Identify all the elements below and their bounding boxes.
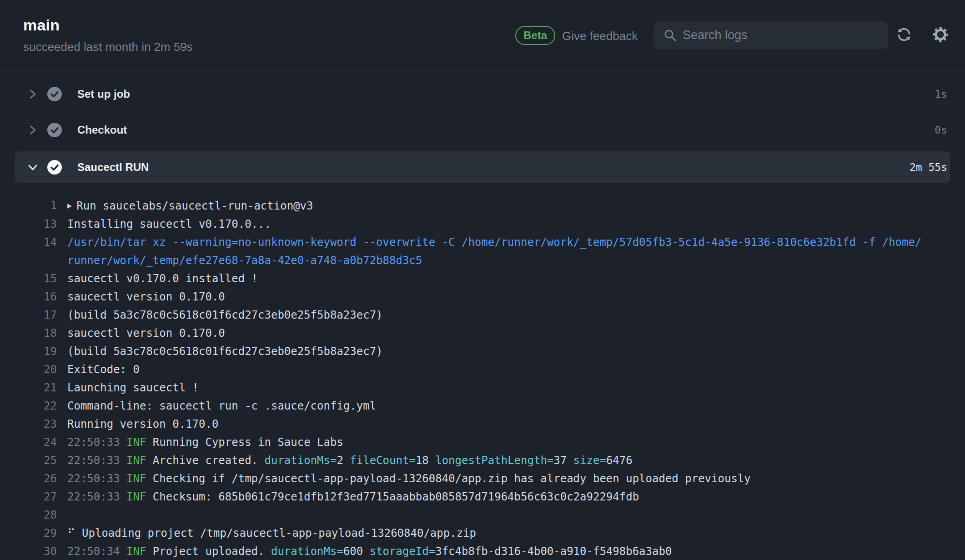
log-line: 19(build 5a3c78c0c5618c01f6cd27c3eb0e25f…	[0, 342, 965, 360]
log-segment: Checksum: 685b061c79ce1dfb12f3ed7715aaab…	[153, 490, 639, 503]
log-line-number[interactable]: 19	[0, 342, 57, 360]
log-line-content: ▶Run saucelabs/saucectl-run-action@v3	[67, 196, 923, 215]
beta-badge-label: Beta	[523, 29, 547, 42]
log-segment: Launching saucectl !	[67, 381, 199, 394]
log-segment: 22:50:33	[67, 454, 126, 467]
log-line-number[interactable]: 22	[0, 397, 57, 415]
log-segment: saucectl version 0.170.0	[67, 290, 225, 303]
log-segment: INF	[126, 454, 153, 467]
log-line: 17(build 5a3c78c0c5618c01f6cd27c3eb0e25f…	[0, 306, 965, 324]
log-segment: durationMs=	[271, 545, 343, 558]
log-segment: durationMs=	[264, 454, 337, 467]
log-segment: Running version 0.170.0	[67, 418, 218, 430]
log-line-content: ⠋ Uploading project /tmp/saucectl-app-pa…	[67, 524, 923, 542]
log-segment: 22:50:34	[67, 545, 126, 558]
log-segment: Command-line: saucectl run -c .sauce/con…	[67, 400, 376, 412]
log-segment: 37	[553, 454, 573, 467]
log-line-number[interactable]: 23	[0, 415, 57, 433]
log-line-number[interactable]: 26	[0, 470, 57, 488]
give-feedback-link[interactable]: Give feedback	[562, 29, 638, 43]
log-line-content: 22:50:33 INF Checking if /tmp/saucectl-a…	[67, 470, 923, 488]
log-line: 29⠋ Uploading project /tmp/saucectl-app-…	[0, 524, 965, 542]
log-segment: 22:50:33	[67, 490, 126, 503]
log-segment: Project uploaded.	[153, 545, 271, 558]
log-segment: Archive created.	[153, 454, 265, 467]
log-segment: saucectl v0.170.0 installed !	[67, 272, 258, 285]
refresh-button[interactable]	[896, 26, 912, 43]
log-segment: Run saucelabs/saucectl-run-action@v3	[76, 200, 313, 212]
log-line: 2622:50:33 INF Checking if /tmp/saucectl…	[0, 470, 965, 488]
chevron-right-icon	[28, 125, 38, 135]
log-line: 13Installing saucectl v0.170.0...	[0, 215, 965, 233]
success-check-icon	[47, 160, 62, 175]
log-line: 14/usr/bin/tar xz --warning=no-unknown-k…	[0, 233, 965, 270]
refresh-icon	[896, 37, 912, 44]
log-segment: Checking if /tmp/saucectl-app-payload-13…	[153, 472, 751, 485]
log-line-number[interactable]: 20	[0, 360, 57, 379]
log-segment: INF	[126, 545, 153, 558]
log-line-number[interactable]: 15	[0, 270, 57, 288]
log-line-number[interactable]: 18	[0, 324, 57, 342]
beta-badge: Beta	[515, 26, 555, 45]
run-status-text: succeeded last month in 2m 59s	[23, 40, 193, 54]
log-line-number[interactable]: 30	[0, 542, 57, 560]
log-segment: storageId=	[370, 545, 436, 558]
log-line-number[interactable]: 24	[0, 433, 57, 451]
actions-log-viewer: main succeeded last month in 2m 59s Beta…	[0, 0, 965, 560]
log-line: 20ExitCode: 0	[0, 360, 965, 379]
log-line: 21Launching saucectl !	[0, 379, 965, 397]
log-line-number[interactable]: 29	[0, 524, 57, 542]
step-duration: 0s	[935, 124, 947, 136]
header: main succeeded last month in 2m 59s Beta…	[0, 0, 965, 71]
step-name: Saucectl RUN	[77, 161, 149, 174]
log-segment: (build 5a3c78c0c5618c01f6cd27c3eb0e25f5b…	[67, 345, 383, 358]
step-row-checkout[interactable]: Checkout0s	[15, 112, 950, 148]
log-line-number[interactable]: 28	[0, 506, 57, 524]
log-line-content: /usr/bin/tar xz --warning=no-unknown-key…	[67, 233, 923, 270]
log-segment: 2	[337, 454, 350, 467]
log-segment: fileCount=	[350, 454, 416, 467]
log-line-content: Command-line: saucectl run -c .sauce/con…	[67, 397, 923, 415]
settings-button[interactable]	[931, 25, 950, 44]
log-segment: 22:50:33	[67, 472, 126, 485]
log-line: 16saucectl version 0.170.0	[0, 288, 965, 306]
log-line-content: Launching saucectl !	[67, 379, 923, 397]
log-line-content: 22:50:34 INF Project uploaded. durationM…	[67, 542, 923, 560]
log-line-number[interactable]: 16	[0, 288, 57, 306]
log-line-content: (build 5a3c78c0c5618c01f6cd27c3eb0e25f5b…	[67, 342, 923, 360]
step-row-set-up-job[interactable]: Set up job1s	[15, 76, 950, 112]
gear-icon	[931, 38, 950, 45]
log-line-content: Installing saucectl v0.170.0...	[67, 215, 923, 233]
log-segment: INF	[126, 490, 153, 503]
search-input[interactable]	[682, 28, 881, 43]
log-segment: ExitCode: 0	[67, 363, 140, 376]
log-segment: 6476	[606, 454, 633, 467]
log-line: 18saucectl version 0.170.0	[0, 324, 965, 342]
log-line-content	[67, 506, 923, 524]
log-line-content: (build 5a3c78c0c5618c01f6cd27c3eb0e25f5b…	[67, 306, 923, 324]
log-segment: INF	[126, 436, 153, 449]
log-line-number[interactable]: 13	[0, 215, 57, 233]
log-line-number[interactable]: 21	[0, 379, 57, 397]
log-segment: 600	[343, 545, 370, 558]
log-line-number[interactable]: 25	[0, 451, 57, 470]
log-line-number[interactable]: 17	[0, 306, 57, 324]
success-check-icon	[47, 87, 62, 101]
log-segment: Uploading project /tmp/saucectl-app-payl…	[82, 527, 476, 540]
log-segment: saucectl version 0.170.0	[67, 327, 225, 340]
step-name: Set up job	[77, 88, 130, 100]
log-line: 3022:50:34 INF Project uploaded. duratio…	[0, 542, 965, 560]
log-segment: 3fc4b8fb-d316-4b00-a910-f5498b6a3ab0	[435, 545, 672, 558]
log-segment: /usr/bin/tar xz --warning=no-unknown-key…	[67, 236, 921, 267]
success-check-icon	[47, 123, 62, 137]
log-line: 23Running version 0.170.0	[0, 415, 965, 433]
log-line-number[interactable]: 14	[0, 233, 57, 270]
log-line-number[interactable]: 1	[0, 196, 57, 215]
step-row-saucectl-run[interactable]: Saucectl RUN2m 55s	[15, 151, 950, 183]
log-segment: size=	[573, 454, 606, 467]
log-panel: 1▶Run saucelabs/saucectl-run-action@v313…	[0, 196, 965, 560]
log-line-content: saucectl version 0.170.0	[67, 288, 923, 306]
page-title: main	[23, 16, 60, 34]
search-box[interactable]	[653, 21, 888, 49]
log-line-number[interactable]: 27	[0, 488, 57, 506]
